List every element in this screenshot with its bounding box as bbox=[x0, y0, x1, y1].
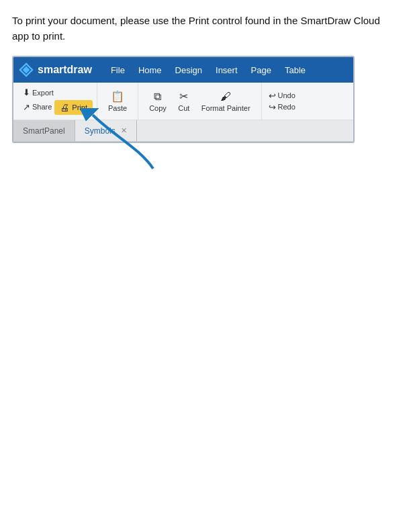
app-container: smartdraw File Home Design Insert Page T… bbox=[12, 56, 355, 143]
paste-button[interactable]: 📋 Paste bbox=[103, 87, 132, 115]
menu-items: File Home Design Insert Page Table bbox=[104, 62, 312, 78]
instruction-text: To print your document, please use the P… bbox=[12, 13, 399, 44]
tab-smartpanel[interactable]: SmartPanel bbox=[13, 120, 75, 141]
share-icon: ↗ bbox=[23, 102, 30, 112]
cut-icon: ✂ bbox=[179, 90, 188, 103]
format-painter-button[interactable]: 🖌 Format Painter bbox=[196, 88, 256, 115]
share-button[interactable]: ↗ Share bbox=[23, 102, 52, 112]
annotation-area bbox=[12, 143, 355, 204]
clipboard-group: ⧉ Copy ✂ Cut 🖌 Format Painter bbox=[138, 83, 261, 120]
logo: smartdraw bbox=[19, 62, 92, 77]
undo-icon: ↩ bbox=[269, 91, 276, 101]
menu-table[interactable]: Table bbox=[278, 62, 312, 78]
menu-design[interactable]: Design bbox=[169, 62, 209, 78]
menu-home[interactable]: Home bbox=[132, 62, 169, 78]
export-icon: ⬇ bbox=[23, 87, 30, 97]
toolbar: ⬇ Export ↗ Share 🖨 Print 📋 bbox=[13, 83, 353, 120]
format-painter-icon: 🖌 bbox=[220, 91, 231, 103]
print-icon: 🖨 bbox=[60, 102, 69, 113]
copy-button[interactable]: ⧉ Copy bbox=[144, 88, 172, 115]
menu-file[interactable]: File bbox=[104, 62, 132, 78]
export-share-group: ⬇ Export ↗ Share 🖨 Print bbox=[19, 83, 97, 120]
tabs-bar: SmartPanel Symbols ✕ bbox=[13, 120, 353, 142]
export-button[interactable]: ⬇ Export bbox=[23, 87, 54, 97]
undo-button[interactable]: ↩ Undo bbox=[266, 90, 298, 101]
cut-button[interactable]: ✂ Cut bbox=[172, 87, 196, 115]
tab-symbols[interactable]: Symbols ✕ bbox=[75, 120, 137, 141]
logo-text: smartdraw bbox=[38, 64, 92, 76]
menu-bar: smartdraw File Home Design Insert Page T… bbox=[13, 57, 353, 83]
print-button[interactable]: 🖨 Print bbox=[54, 100, 93, 115]
tab-symbols-close[interactable]: ✕ bbox=[121, 126, 127, 135]
undo-redo-group: ↩ Undo ↪ Redo bbox=[262, 83, 302, 120]
redo-button[interactable]: ↪ Redo bbox=[266, 101, 298, 113]
copy-icon: ⧉ bbox=[154, 91, 161, 103]
menu-insert[interactable]: Insert bbox=[209, 62, 244, 78]
paste-icon: 📋 bbox=[111, 90, 124, 103]
page: To print your document, please use the P… bbox=[0, 0, 411, 217]
smartdraw-logo-icon bbox=[19, 62, 34, 77]
paste-group: 📋 Paste bbox=[97, 83, 138, 120]
redo-icon: ↪ bbox=[269, 102, 276, 112]
menu-page[interactable]: Page bbox=[244, 62, 278, 78]
